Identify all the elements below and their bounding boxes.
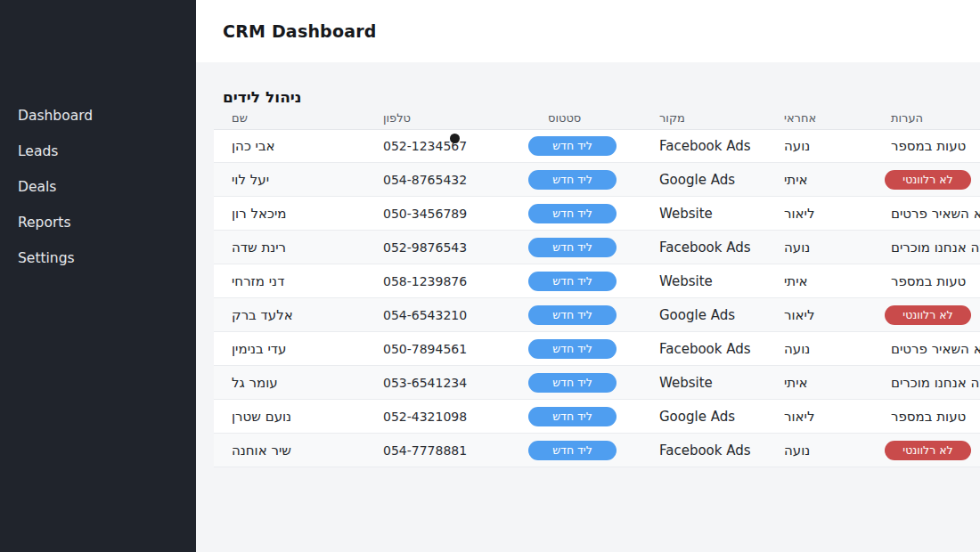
notes-cell: לא רלוונטי <box>873 170 980 190</box>
notes-value: לא השאיר פרטים <box>891 341 980 357</box>
notes-value: טעות במספר <box>891 138 966 154</box>
owner-cell: איתי <box>766 172 873 188</box>
table-row[interactable]: שיר אוחנה 054-7778881 ליד חדש Facebook A… <box>214 434 980 467</box>
source-cell: Website <box>641 273 766 289</box>
owner-cell: נועה <box>766 442 873 459</box>
source-cell: Website <box>641 206 766 222</box>
sidebar-item-settings[interactable]: Settings <box>0 240 196 276</box>
status-badge: ליד חדש <box>528 170 617 190</box>
table-row[interactable]: יעל לוי 054-8765432 ליד חדש Google Ads א… <box>214 163 980 197</box>
table-row[interactable]: נועם שטרן 052-4321098 ליד חדש Google Ads… <box>214 400 980 434</box>
notes-value: מה אנחנו מוכרים <box>891 375 980 391</box>
status-badge: ליד חדש <box>528 272 617 291</box>
status-cell: ליד חדש <box>512 170 641 190</box>
phone-cell: 050-3456789 <box>365 207 512 221</box>
status-badge: ליד חדש <box>528 305 617 325</box>
status-cell: ליד חדש <box>512 373 641 393</box>
notes-cell: לא רלוונטי <box>873 441 980 460</box>
source-cell: Facebook Ads <box>641 442 766 459</box>
table-row[interactable]: דני מזרחי 058-1239876 ליד חדש Website אי… <box>214 264 980 298</box>
leads-section-heading: ניהול לידים <box>223 87 980 107</box>
notes-badge: לא רלוונטי <box>885 170 971 190</box>
status-cell: ליד חדש <box>512 441 641 460</box>
phone-cell: 054-7778881 <box>365 443 512 458</box>
column-header-owner: אחראי <box>766 111 873 125</box>
table-row[interactable]: עומר גל 053-6541234 ליד חדש Website איתי… <box>214 366 980 400</box>
phone-cell: 054-8765432 <box>365 173 512 187</box>
status-badge: ליד חדש <box>528 441 617 460</box>
notes-value: מה אנחנו מוכרים <box>891 239 980 256</box>
status-badge: ליד חדש <box>528 238 617 257</box>
column-header-source: מקור <box>641 111 766 125</box>
status-cell: ליד חדש <box>512 407 641 426</box>
leads-table-body: אבי כהן 052-1234567 ליד חדש Facebook Ads… <box>214 129 980 467</box>
phone-cell: 053-6541234 <box>365 376 512 390</box>
leads-table-header: שם טלפון סטטוס מקור אחראי הערות <box>214 107 980 129</box>
owner-cell: נועה <box>766 341 873 357</box>
owner-cell: ליאור <box>766 206 873 222</box>
source-cell: Facebook Ads <box>641 341 766 357</box>
phone-cell: 052-1234567 <box>365 139 512 153</box>
main-content: ניהול לידים שם טלפון סטטוס מקור אחראי הע… <box>196 62 980 552</box>
table-row[interactable]: מיכאל רון 050-3456789 ליד חדש Website לי… <box>214 197 980 231</box>
phone-cell: 058-1239876 <box>365 274 512 288</box>
sidebar: Dashboard Leads Deals Reports Settings <box>0 0 196 552</box>
owner-cell: ליאור <box>766 307 873 323</box>
status-cell: ליד חדש <box>512 305 641 325</box>
source-cell: Facebook Ads <box>641 239 766 256</box>
source-cell: Facebook Ads <box>641 138 766 154</box>
notes-badge: לא רלוונטי <box>885 441 971 460</box>
status-badge: ליד חדש <box>528 373 617 393</box>
notes-cell: טעות במספר <box>873 138 980 154</box>
phone-cell: 052-9876543 <box>365 240 512 255</box>
owner-cell: נועה <box>766 138 873 154</box>
notes-value: טעות במספר <box>891 273 966 289</box>
table-row[interactable]: עדי בנימין 050-7894561 ליד חדש Facebook … <box>214 332 980 366</box>
name-cell: יעל לוי <box>214 172 365 188</box>
source-cell: Google Ads <box>641 172 766 188</box>
page-title: CRM Dashboard <box>223 21 377 41</box>
notes-value: טעות במספר <box>891 409 966 425</box>
notes-cell: טעות במספר <box>873 273 980 289</box>
notes-cell: מה אנחנו מוכרים <box>873 375 980 391</box>
status-cell: ליד חדש <box>512 339 641 359</box>
status-badge: ליד חדש <box>528 136 617 156</box>
status-cell: ליד חדש <box>512 272 641 291</box>
notes-cell: מה אנחנו מוכרים <box>873 239 980 256</box>
column-header-phone: טלפון <box>365 111 512 125</box>
column-header-status: סטטוס <box>512 111 641 125</box>
table-row[interactable]: רינת שדה 052-9876543 ליד חדש Facebook Ad… <box>214 231 980 264</box>
column-header-name: שם <box>214 111 365 125</box>
notes-cell: טעות במספר <box>873 409 980 425</box>
table-row[interactable]: אבי כהן 052-1234567 ליד חדש Facebook Ads… <box>214 129 980 163</box>
name-cell: עדי בנימין <box>214 341 365 357</box>
sidebar-item-leads[interactable]: Leads <box>0 134 196 169</box>
notes-cell: לא השאיר פרטים <box>873 341 980 357</box>
name-cell: שיר אוחנה <box>214 442 365 459</box>
owner-cell: איתי <box>766 273 873 289</box>
phone-cell: 050-7894561 <box>365 342 512 356</box>
status-badge: ליד חדש <box>528 204 617 223</box>
owner-cell: ליאור <box>766 409 873 425</box>
name-cell: דני מזרחי <box>214 273 365 289</box>
name-cell: נועם שטרן <box>214 409 365 425</box>
notes-value: לא השאיר פרטים <box>891 206 980 222</box>
topbar: CRM Dashboard <box>196 0 980 62</box>
table-row[interactable]: אלעד ברק 054-6543210 ליד חדש Google Ads … <box>214 298 980 332</box>
column-header-notes: הערות <box>873 111 980 125</box>
sidebar-item-dashboard[interactable]: Dashboard <box>0 98 196 134</box>
owner-cell: איתי <box>766 375 873 391</box>
status-cell: ליד חדש <box>512 238 641 257</box>
sidebar-item-deals[interactable]: Deals <box>0 169 196 205</box>
owner-cell: נועה <box>766 239 873 256</box>
name-cell: אלעד ברק <box>214 307 365 323</box>
source-cell: Google Ads <box>641 409 766 425</box>
phone-cell: 054-6543210 <box>365 308 512 322</box>
name-cell: מיכאל רון <box>214 206 365 222</box>
notes-cell: לא רלוונטי <box>873 305 980 325</box>
notes-badge: לא רלוונטי <box>885 305 971 325</box>
status-cell: ליד חדש <box>512 204 641 223</box>
sidebar-nav: Dashboard Leads Deals Reports Settings <box>0 0 196 276</box>
source-cell: Google Ads <box>641 307 766 323</box>
sidebar-item-reports[interactable]: Reports <box>0 205 196 240</box>
